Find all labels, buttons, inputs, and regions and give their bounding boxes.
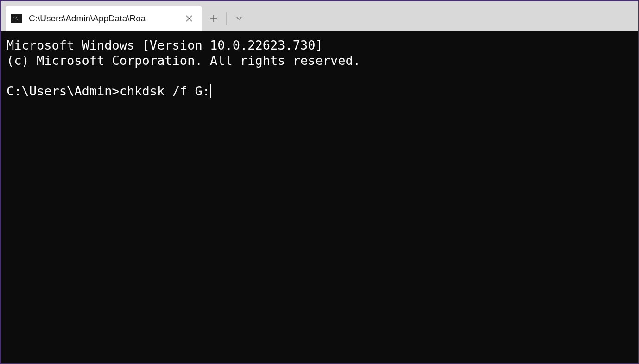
new-tab-button[interactable] (202, 7, 225, 30)
copyright-line: (c) Microsoft Corporation. All rights re… (6, 53, 633, 69)
command-text: chkdsk /f G: (120, 84, 210, 98)
close-tab-button[interactable] (183, 12, 196, 25)
prompt-line: C:\Users\Admin>chkdsk /f G: (6, 84, 633, 99)
cmd-icon: C:\_ (11, 14, 22, 23)
text-cursor (210, 84, 211, 98)
tab-title: C:\Users\Admin\AppData\Roa (29, 13, 179, 24)
tab-dropdown-button[interactable] (228, 7, 251, 30)
titlebar: C:\_ C:\Users\Admin\AppData\Roa (1, 1, 638, 31)
terminal-tab[interactable]: C:\_ C:\Users\Admin\AppData\Roa (6, 6, 202, 31)
chevron-down-icon (236, 16, 242, 21)
version-line: Microsoft Windows [Version 10.0.22623.73… (6, 38, 633, 53)
plus-icon (210, 15, 217, 22)
divider (226, 12, 227, 25)
titlebar-actions (202, 1, 251, 31)
prompt-text: C:\Users\Admin> (6, 84, 120, 98)
terminal-output[interactable]: Microsoft Windows [Version 10.0.22623.73… (1, 31, 638, 363)
close-icon (186, 15, 192, 22)
